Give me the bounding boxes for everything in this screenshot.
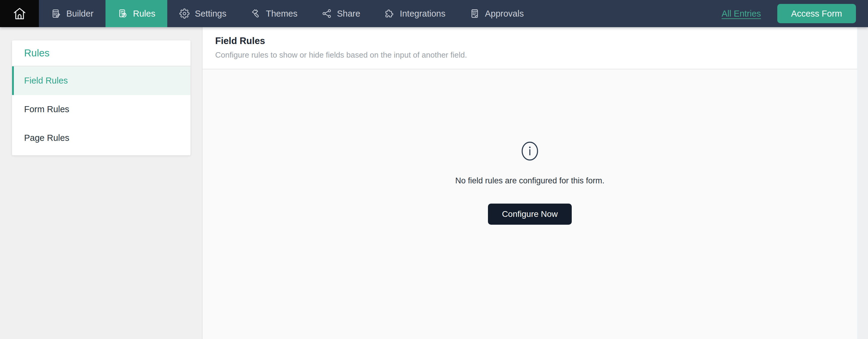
home-button[interactable] xyxy=(0,0,39,27)
rules-card-header: Rules xyxy=(12,40,190,66)
tab-themes-label: Themes xyxy=(266,9,298,19)
sidebar-item-form-rules[interactable]: Form Rules xyxy=(12,95,190,124)
themes-icon xyxy=(250,8,261,19)
tab-settings-label: Settings xyxy=(195,9,226,19)
share-icon xyxy=(321,8,332,19)
home-icon xyxy=(12,6,27,21)
builder-icon xyxy=(51,8,61,19)
nav-spacer xyxy=(536,0,721,27)
top-navigation: Builder Rules Settings The xyxy=(0,0,868,27)
empty-state-message: No field rules are configured for this f… xyxy=(455,176,604,186)
rules-icon xyxy=(118,8,128,19)
configure-now-button[interactable]: Configure Now xyxy=(488,204,571,225)
page-title: Field Rules xyxy=(215,36,845,47)
tab-integrations-label: Integrations xyxy=(400,9,445,19)
rules-card: Rules Field Rules Form Rules Page Rules xyxy=(12,40,190,155)
nav-tabs: Builder Rules Settings The xyxy=(39,0,536,27)
tab-integrations[interactable]: Integrations xyxy=(372,0,458,27)
all-entries-link[interactable]: All Entries xyxy=(721,9,761,19)
rules-card-title: Rules xyxy=(24,47,50,59)
tab-share-label: Share xyxy=(337,9,360,19)
approvals-icon xyxy=(470,8,480,19)
tab-rules-label: Rules xyxy=(133,9,155,19)
sidebar: Rules Field Rules Form Rules Page Rules xyxy=(0,27,203,339)
tab-builder-label: Builder xyxy=(66,9,93,19)
tab-rules[interactable]: Rules xyxy=(105,0,167,27)
info-badge xyxy=(521,141,538,162)
page-subtitle: Configure rules to show or hide fields b… xyxy=(215,50,845,60)
settings-icon xyxy=(179,8,190,19)
content-row: Rules Field Rules Form Rules Page Rules … xyxy=(0,27,868,339)
main-header: Field Rules Configure rules to show or h… xyxy=(203,27,857,69)
sidebar-item-field-rules[interactable]: Field Rules xyxy=(12,66,190,95)
tab-builder[interactable]: Builder xyxy=(39,0,105,27)
access-form-button[interactable]: Access Form xyxy=(777,4,856,23)
tab-approvals[interactable]: Approvals xyxy=(458,0,536,27)
tab-themes[interactable]: Themes xyxy=(239,0,310,27)
empty-state: No field rules are configured for this f… xyxy=(203,69,857,339)
tab-settings[interactable]: Settings xyxy=(167,0,239,27)
tab-approvals-label: Approvals xyxy=(485,9,524,19)
main-panel: Field Rules Configure rules to show or h… xyxy=(203,27,857,339)
scrollbar-track[interactable] xyxy=(857,27,868,339)
rules-menu: Field Rules Form Rules Page Rules xyxy=(12,66,190,155)
tab-share[interactable]: Share xyxy=(310,0,372,27)
sidebar-item-page-rules[interactable]: Page Rules xyxy=(12,124,190,152)
info-icon xyxy=(521,141,538,161)
integrations-icon xyxy=(384,8,395,19)
